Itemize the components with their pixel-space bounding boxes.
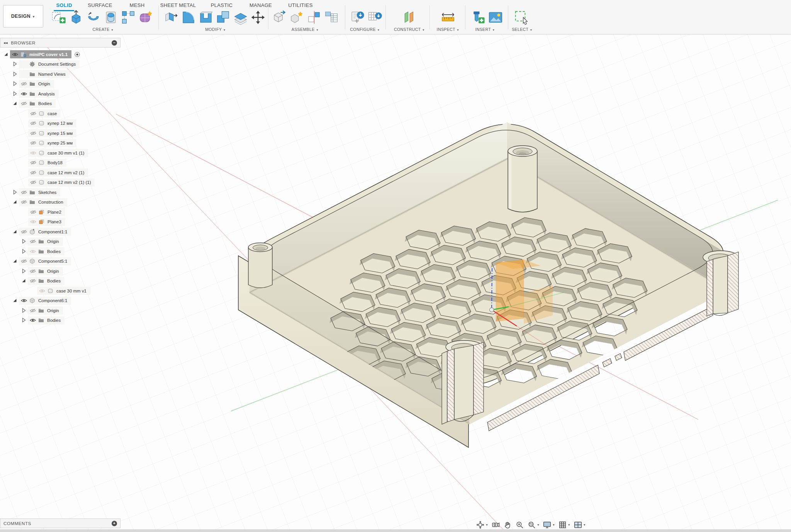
chevron-down-icon[interactable]: ▼ (568, 524, 570, 526)
browser-row-origin[interactable]: Origin (0, 79, 124, 89)
collapse-arrow-icon[interactable] (21, 278, 27, 284)
visibility-eye-icon[interactable] (29, 268, 37, 274)
expand-arrow-icon[interactable] (21, 308, 27, 314)
offset-face-icon[interactable] (233, 10, 248, 25)
expand-arrow-icon[interactable] (21, 248, 27, 255)
pan-icon[interactable] (502, 520, 514, 530)
visibility-eye-icon[interactable] (29, 120, 37, 126)
browser-row-bodies[interactable]: Bodies (0, 99, 124, 109)
browser-row-case[interactable]: case (0, 109, 124, 119)
group-label-modify[interactable]: MODIFY ▼ (205, 27, 226, 32)
revolve-icon[interactable] (86, 10, 101, 25)
tab-sheet-metal[interactable]: SHEET METAL (158, 2, 198, 10)
visibility-eye-icon[interactable] (20, 229, 28, 235)
visibility-eye-icon[interactable] (20, 81, 28, 87)
browser-row-bodies[interactable]: Bodies (0, 276, 124, 286)
visibility-eye-icon[interactable] (29, 150, 37, 156)
zoom-window-icon[interactable]: ▼ (526, 520, 541, 530)
visibility-eye-icon[interactable] (20, 91, 28, 97)
extrude-icon[interactable] (68, 10, 84, 25)
press-pull-icon[interactable] (163, 10, 179, 25)
insert-fastener-icon[interactable] (470, 10, 486, 25)
expand-arrow-icon[interactable] (12, 189, 18, 195)
browser-row-case-12-mm-v2-1-1-[interactable]: case 12 mm v2 (1) (1) (0, 178, 124, 188)
group-label-construct[interactable]: CONSTRUCT ▼ (394, 27, 425, 32)
browser-row-plane2[interactable]: Plane2 (0, 207, 124, 217)
visibility-eye-icon[interactable] (20, 100, 28, 107)
tab-plastic[interactable]: PLASTIC (209, 2, 235, 10)
model-minipc-cover[interactable] (238, 122, 738, 447)
expand-arrow-icon[interactable] (21, 317, 27, 323)
visibility-eye-icon[interactable] (20, 199, 28, 205)
visibility-eye-icon[interactable] (29, 209, 37, 215)
visibility-eye-icon[interactable] (29, 248, 37, 255)
visibility-eye-icon[interactable] (29, 130, 37, 136)
display-settings-icon[interactable]: ▼ (541, 520, 557, 530)
select-icon[interactable] (514, 10, 529, 25)
browser-row-кулер-15-мм[interactable]: кулер 15 мм (0, 128, 124, 138)
bom-table-icon[interactable] (324, 10, 339, 25)
collapse-arrow-icon[interactable] (3, 51, 9, 58)
align-icon[interactable] (306, 10, 322, 25)
chevron-down-icon[interactable]: ▼ (552, 524, 555, 526)
configuration-table-icon[interactable] (367, 10, 382, 25)
expand-arrow-icon[interactable] (12, 81, 18, 87)
browser-row-case-12-mm-v2-1-[interactable]: case 12 mm v2 (1) (0, 168, 124, 178)
browser-row-bodies[interactable]: Bodies (0, 316, 124, 326)
browser-row-case-30-mm-v1-1-[interactable]: case 30 mm v1 (1) (0, 148, 124, 158)
browser-row-origin[interactable]: Origin (0, 306, 124, 316)
collapse-panel-icon[interactable]: ◂◂ (3, 41, 8, 45)
expand-arrow-icon[interactable] (21, 238, 27, 245)
chevron-down-icon[interactable]: ▼ (485, 524, 488, 526)
create-sketch-icon[interactable] (51, 10, 66, 25)
group-label-insert[interactable]: INSERT ▼ (475, 27, 495, 32)
visibility-eye-icon[interactable] (29, 317, 37, 323)
tab-mesh[interactable]: MESH (127, 2, 147, 10)
browser-row-construction[interactable]: Construction (0, 197, 124, 207)
visibility-eye-icon[interactable] (29, 278, 37, 284)
design-workspace-menu[interactable]: DESIGN▼ (3, 5, 43, 27)
visibility-eye-icon[interactable] (29, 110, 37, 117)
collapse-arrow-icon[interactable] (12, 199, 18, 205)
comments-header[interactable]: COMMENTS + (0, 518, 121, 528)
browser-row-component6-1[interactable]: Component6:1 (0, 296, 124, 306)
group-label-inspect[interactable]: INSPECT ▼ (437, 27, 460, 32)
group-label-create[interactable]: CREATE ▼ (93, 27, 114, 32)
browser-row-analysis[interactable]: Analysis (0, 89, 124, 99)
tab-manage[interactable]: MANAGE (247, 2, 274, 10)
browser-row-component5-1[interactable]: Component5:1 (0, 257, 124, 267)
look-at-icon[interactable] (490, 520, 502, 530)
chevron-down-icon[interactable]: ▼ (583, 524, 586, 526)
group-label-assemble[interactable]: ASSEMBLE ▼ (292, 27, 319, 32)
chevron-down-icon[interactable]: ▼ (537, 524, 540, 526)
expand-arrow-icon[interactable] (12, 91, 18, 97)
visibility-eye-icon[interactable] (11, 51, 19, 58)
create-form-icon[interactable] (138, 10, 153, 25)
collapse-arrow-icon[interactable] (12, 297, 18, 304)
visibility-eye-icon[interactable] (29, 238, 37, 245)
collapse-arrow-icon[interactable] (12, 258, 18, 264)
measure-icon[interactable] (440, 10, 456, 25)
move-copy-icon[interactable] (250, 10, 266, 25)
browser-row-body18[interactable]: Body18 (0, 158, 124, 168)
zoom-icon[interactable] (514, 520, 526, 530)
browser-row-кулер-25-мм[interactable]: кулер 25 мм (0, 138, 124, 148)
browser-row-bodies[interactable]: Bodies (0, 246, 124, 257)
visibility-eye-icon[interactable] (29, 160, 37, 166)
shell-icon[interactable] (198, 10, 214, 25)
expand-arrow-icon[interactable] (12, 61, 18, 67)
orbit-icon[interactable]: ▼ (474, 520, 490, 530)
browser-header[interactable]: ◂◂ BROWSER – (0, 38, 121, 48)
browser-row-sketches[interactable]: Sketches (0, 187, 124, 197)
activate-component-radio[interactable] (74, 51, 80, 58)
visibility-eye-icon[interactable] (29, 219, 37, 225)
expand-arrow-icon[interactable] (12, 71, 18, 77)
browser-row-кулер-12-мм[interactable]: кулер 12 мм (0, 119, 124, 129)
insert-canvas-icon[interactable] (488, 10, 503, 25)
tab-utilities[interactable]: UTILITIES (286, 2, 315, 10)
visibility-eye-icon[interactable] (29, 308, 37, 314)
visibility-eye-icon[interactable] (29, 179, 37, 185)
hole-icon[interactable] (103, 10, 119, 25)
joint-icon[interactable] (289, 10, 304, 25)
rectangular-pattern-icon[interactable] (121, 10, 136, 25)
